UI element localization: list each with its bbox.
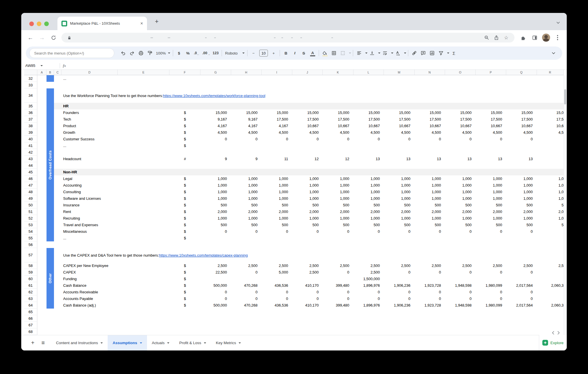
- cell-R58[interactable]: 2,5: [537, 262, 564, 269]
- cell-E50[interactable]: [118, 202, 169, 208]
- cell-L55[interactable]: [353, 235, 384, 241]
- cell-N40[interactable]: 0: [415, 136, 445, 142]
- cell-N47[interactable]: 1,000: [415, 182, 445, 189]
- cell-Q54[interactable]: 0: [506, 228, 537, 235]
- cell-Q67[interactable]: [506, 322, 537, 328]
- cell-B56[interactable]: [47, 241, 54, 248]
- cell-P36[interactable]: 15,000: [476, 109, 506, 116]
- cell-C41[interactable]: [54, 142, 61, 149]
- cell-G48[interactable]: 1,000: [200, 189, 231, 195]
- cell-L68[interactable]: [353, 328, 384, 335]
- cell-A65[interactable]: [37, 309, 47, 315]
- cell-E42[interactable]: [118, 149, 169, 156]
- cell-H66[interactable]: [231, 315, 262, 322]
- cell-C33[interactable]: [54, 82, 61, 88]
- cell-I48[interactable]: 1,000: [262, 189, 292, 195]
- cell-C59[interactable]: [54, 269, 61, 276]
- cell-R59[interactable]: [537, 269, 564, 276]
- cell-A53[interactable]: [37, 222, 47, 228]
- cell-O49[interactable]: 1,000: [445, 195, 476, 202]
- cell-P53[interactable]: 500: [476, 222, 506, 228]
- row-number-49[interactable]: 49: [24, 195, 37, 202]
- cell-J60[interactable]: [292, 276, 323, 282]
- cell-Q55[interactable]: [506, 235, 537, 241]
- cell-I65[interactable]: [262, 309, 292, 315]
- cell-F58[interactable]: $: [169, 262, 200, 269]
- cell-G42[interactable]: [200, 149, 231, 156]
- cell-L56[interactable]: [353, 241, 384, 248]
- cell-M35[interactable]: [384, 103, 415, 109]
- cell-G62[interactable]: 0: [200, 289, 231, 295]
- cell-L32[interactable]: [353, 75, 384, 82]
- cell-F60[interactable]: $: [169, 276, 200, 282]
- cell-H55[interactable]: [231, 235, 262, 241]
- cell-R51[interactable]: 2,0: [537, 208, 564, 215]
- cell-F51[interactable]: $: [169, 208, 200, 215]
- cell-M39[interactable]: 4,500: [384, 129, 415, 136]
- bookmark-star-icon[interactable]: ☆: [501, 33, 511, 42]
- cell-N61[interactable]: 1,923,728: [415, 282, 445, 289]
- text-rotation-caret[interactable]: [404, 53, 406, 54]
- cell-L58[interactable]: 2,500: [353, 262, 384, 269]
- cell-D45[interactable]: Non-HR: [61, 169, 118, 175]
- cell-E33[interactable]: [118, 82, 169, 88]
- cell-J45[interactable]: [292, 169, 323, 175]
- bold-button[interactable]: B: [282, 49, 290, 57]
- cell-J53[interactable]: 500: [292, 222, 323, 228]
- cell-I38[interactable]: 4,167: [262, 123, 292, 129]
- cell-R41[interactable]: [537, 142, 564, 149]
- cell-F59[interactable]: $: [169, 269, 200, 276]
- cell-Q65[interactable]: [506, 309, 537, 315]
- name-box-caret[interactable]: [40, 65, 43, 66]
- cell-O60[interactable]: [445, 276, 476, 282]
- cell-E61[interactable]: [118, 282, 169, 289]
- cell-G33[interactable]: [200, 82, 231, 88]
- column-header-L[interactable]: L: [353, 70, 384, 75]
- back-icon[interactable]: ←: [25, 32, 36, 43]
- cell-D59[interactable]: CAPEX: [61, 269, 118, 276]
- add-sheet-button[interactable]: +: [28, 338, 38, 348]
- cell-C39[interactable]: [54, 129, 61, 136]
- cell-L60[interactable]: 1,500,000: [353, 276, 384, 282]
- cell-Q38[interactable]: 10,667: [506, 123, 537, 129]
- cell-R38[interactable]: 10,6: [537, 123, 564, 129]
- cell-I42[interactable]: [262, 149, 292, 156]
- cell-G50[interactable]: 500: [200, 202, 231, 208]
- cell-A34[interactable]: [37, 88, 47, 103]
- cell-N68[interactable]: [415, 328, 445, 335]
- cell-N39[interactable]: 4,500: [415, 129, 445, 136]
- zoom-out-page-icon[interactable]: [482, 33, 492, 42]
- cell-E67[interactable]: [118, 322, 169, 328]
- cell-N49[interactable]: 1,000: [415, 195, 445, 202]
- cell-I49[interactable]: 1,000: [262, 195, 292, 202]
- cell-C50[interactable]: [54, 202, 61, 208]
- horizontal-scroll-arrows[interactable]: [552, 331, 560, 335]
- column-header-K[interactable]: K: [323, 70, 353, 75]
- cell-B65[interactable]: [47, 309, 54, 315]
- cell-P66[interactable]: [476, 315, 506, 322]
- cell-R37[interactable]: 17,5: [537, 116, 564, 123]
- cell-L43[interactable]: 13: [353, 156, 384, 162]
- row-number-56[interactable]: 56: [24, 241, 37, 248]
- row-number-39[interactable]: 39: [24, 129, 37, 136]
- cell-J49[interactable]: 1,000: [292, 195, 323, 202]
- row-number-37[interactable]: 37: [24, 116, 37, 123]
- cell-M53[interactable]: 500: [384, 222, 415, 228]
- cell-Q62[interactable]: 0: [506, 289, 537, 295]
- cell-P43[interactable]: 13: [476, 156, 506, 162]
- column-header-A[interactable]: A: [37, 70, 47, 75]
- column-header-O[interactable]: O: [445, 70, 476, 75]
- cell-N36[interactable]: 15,000: [415, 109, 445, 116]
- cell-K32[interactable]: [323, 75, 353, 82]
- cell-I54[interactable]: 0: [262, 228, 292, 235]
- cell-H45[interactable]: [231, 169, 262, 175]
- cell-G67[interactable]: [200, 322, 231, 328]
- column-header-Q[interactable]: Q: [506, 70, 537, 75]
- decrease-decimals-button[interactable]: .0←: [193, 49, 201, 57]
- cell-A57[interactable]: [37, 248, 47, 262]
- cell-G53[interactable]: 500: [200, 222, 231, 228]
- cell-L46[interactable]: 1,000: [353, 175, 384, 182]
- redo-icon[interactable]: [128, 49, 136, 57]
- cell-J48[interactable]: 1,000: [292, 189, 323, 195]
- cell-E52[interactable]: [118, 215, 169, 222]
